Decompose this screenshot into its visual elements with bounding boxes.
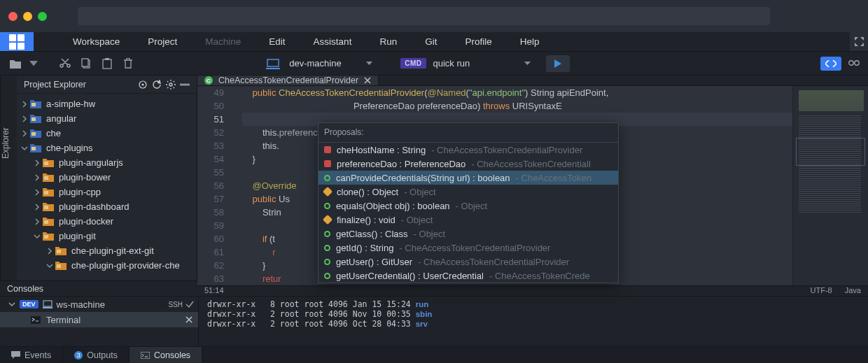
folder-icon — [42, 231, 55, 242]
tab-consoles[interactable]: Consoles — [130, 347, 202, 363]
link-icon[interactable] — [848, 58, 860, 69]
menu-run[interactable]: Run — [365, 36, 411, 47]
refresh-icon[interactable] — [152, 80, 162, 90]
menu-edit[interactable]: Edit — [255, 36, 299, 47]
tree-caret-icon[interactable] — [34, 204, 42, 211]
new-dropdown-icon[interactable] — [29, 61, 38, 66]
menu-workspace[interactable]: Workspace — [59, 36, 134, 47]
terminal-label: Terminal — [46, 315, 80, 325]
proposal-item[interactable]: equals(Object obj) : boolean - Object — [318, 199, 618, 213]
proposal-item[interactable]: getUserCredential() : UserCredential - C… — [318, 269, 618, 283]
locate-icon[interactable] — [138, 80, 148, 90]
code-editor[interactable]: 495051525354555657585960616263 public Ch… — [197, 86, 868, 285]
cut-icon[interactable] — [57, 56, 73, 71]
tree-caret-icon[interactable] — [46, 248, 55, 255]
minimize-window-button[interactable] — [23, 12, 32, 21]
tree-caret-icon[interactable] — [34, 189, 42, 196]
tree-item[interactable]: plugin-angularjs — [17, 155, 197, 170]
project-explorer: Project Explorer a-simple-hwangularchech… — [17, 76, 197, 280]
proposal-signature: clone() : Object — [337, 185, 398, 199]
new-folder-icon[interactable] — [8, 56, 24, 71]
command-dropdown-icon[interactable] — [524, 62, 531, 65]
project-tree[interactable]: a-simple-hwangularcheche-pluginsplugin-a… — [17, 94, 197, 280]
svg-rect-10 — [31, 103, 36, 106]
delete-icon[interactable] — [120, 56, 136, 71]
menu-project[interactable]: Project — [134, 36, 191, 47]
svg-rect-16 — [44, 191, 48, 194]
ssh-badge[interactable]: SSH — [168, 301, 198, 308]
paste-icon[interactable] — [99, 56, 115, 71]
proposal-item[interactable]: preferenceDao : PreferenceDao - CheAcces… — [318, 157, 618, 171]
tree-item[interactable]: plugin-cpp — [17, 185, 197, 199]
copy-icon[interactable] — [78, 56, 94, 71]
fullscreen-icon[interactable] — [850, 32, 868, 51]
tree-caret-icon[interactable] — [21, 101, 29, 108]
tree-caret-icon[interactable] — [21, 145, 29, 152]
terminal-icon — [31, 316, 41, 324]
code-view-toggle[interactable] — [820, 57, 841, 71]
tree-caret-icon[interactable] — [46, 262, 55, 269]
menu-help[interactable]: Help — [506, 36, 554, 47]
close-tab-icon[interactable] — [364, 77, 371, 84]
url-bar[interactable] — [78, 7, 770, 25]
close-terminal-icon[interactable] — [186, 316, 192, 323]
consoles-tree[interactable]: DEV ws-machine SSH Terminal — [0, 297, 199, 346]
command-label[interactable]: quick run — [433, 58, 517, 69]
close-window-button[interactable] — [8, 12, 18, 21]
tree-label: che-plugin-git-ext-git — [71, 245, 154, 256]
folder-icon — [42, 201, 55, 213]
minimize-panel-icon[interactable] — [180, 80, 190, 90]
console-machine-item[interactable]: DEV ws-machine SSH — [0, 297, 198, 312]
menu-profile[interactable]: Profile — [451, 36, 505, 47]
proposal-kind-icon — [323, 187, 332, 197]
proposal-source: - Object — [404, 185, 436, 199]
proposal-item[interactable]: finalize() : void - Object — [318, 213, 618, 227]
tree-item[interactable]: plugin-git — [17, 229, 197, 243]
app-logo[interactable] — [0, 32, 34, 51]
tree-caret-icon[interactable] — [34, 233, 42, 240]
side-rail-explorer[interactable]: Explorer — [0, 76, 17, 280]
menu-assistant[interactable]: Assistant — [300, 36, 366, 47]
tree-item[interactable]: che-plugin-git-provider-che — [17, 258, 197, 273]
tree-caret-icon[interactable] — [34, 174, 42, 181]
proposal-item[interactable]: canProvideCredentials(String url) : bool… — [318, 171, 618, 185]
svg-rect-15 — [44, 176, 48, 180]
tree-caret-icon[interactable] — [21, 115, 29, 122]
proposal-item[interactable]: cheHostName : String - CheAccessTokenCre… — [318, 143, 618, 157]
run-button[interactable] — [546, 55, 570, 72]
terminal-output[interactable]: drwxr-xr-x 8 root root 4096 Jan 15 15:24… — [199, 297, 868, 346]
console-terminal-item[interactable]: Terminal — [0, 312, 198, 327]
autocomplete-popup[interactable]: Proposals: cheHostName : String - CheAcc… — [318, 122, 619, 283]
tab-outputs[interactable]: 3 Outputs — [63, 347, 130, 363]
editor-tab[interactable]: C CheAccessTokenCredentialProvider — [197, 76, 379, 85]
tree-item[interactable]: a-simple-hw — [17, 97, 197, 111]
gear-icon[interactable] — [166, 80, 176, 90]
menu-git[interactable]: Git — [411, 36, 451, 47]
bottom-tabs: Events 3 Outputs Consoles — [0, 346, 868, 363]
folder-icon — [29, 143, 42, 154]
proposal-item[interactable]: getClass() : Class - Object — [318, 227, 618, 241]
tree-item[interactable]: che — [17, 126, 197, 141]
tree-item[interactable]: plugin-bower — [17, 170, 197, 185]
proposal-kind-icon — [324, 203, 330, 209]
minimap[interactable] — [792, 86, 868, 285]
proposal-item[interactable]: clone() : Object - Object — [318, 185, 618, 199]
tree-item[interactable]: che-plugin-git-ext-git — [17, 243, 197, 258]
chevron-down-icon — [8, 301, 15, 308]
maximize-window-button[interactable] — [38, 12, 47, 21]
proposal-kind-icon — [323, 215, 332, 225]
proposal-item[interactable]: getUser() : GitUser - CheAccessTokenCred… — [318, 255, 618, 269]
tab-events[interactable]: Events — [0, 347, 63, 363]
tree-item[interactable]: plugin-docker — [17, 214, 197, 229]
tree-caret-icon[interactable] — [21, 130, 29, 137]
menu-machine[interactable]: Machine — [191, 36, 255, 47]
svg-rect-13 — [31, 147, 36, 150]
tree-item[interactable]: che-plugins — [17, 141, 197, 155]
tree-caret-icon[interactable] — [34, 218, 42, 225]
machine-dropdown-icon[interactable] — [366, 62, 372, 65]
tree-item[interactable]: angular — [17, 111, 197, 126]
proposal-item[interactable]: getId() : String - CheAccessTokenCredent… — [318, 241, 618, 255]
tree-item[interactable]: plugin-dashboard — [17, 199, 197, 214]
tree-caret-icon[interactable] — [34, 159, 42, 166]
machine-label[interactable]: dev-machine — [289, 58, 359, 69]
